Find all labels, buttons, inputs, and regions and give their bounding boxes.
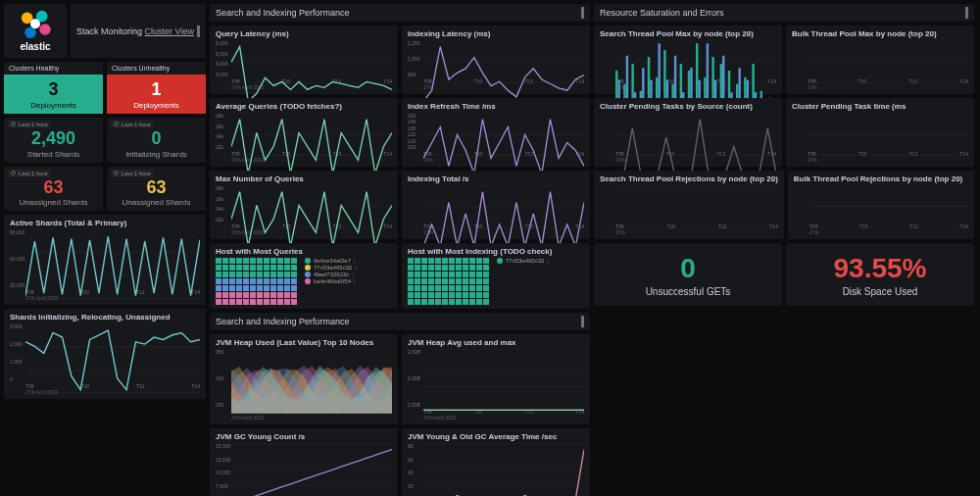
panel-title: Indexing Total /s <box>408 174 584 183</box>
bulk-thread-rej-chart[interactable] <box>794 185 968 223</box>
host-queries-heatmap[interactable] <box>216 258 297 305</box>
time-badge: ⏱Last 1 hour <box>8 121 51 128</box>
svg-rect-63 <box>663 50 665 104</box>
search-thread-max-panel: Search Thread Pool Max by node (top 20)T… <box>594 25 782 94</box>
jvm-heap-avg-chart[interactable]: 2.50B2.00B1.50B <box>408 349 584 408</box>
panel-title: Cluster Pending Tasks by Source (count) <box>600 102 776 111</box>
cluster-pending-time-chart[interactable] <box>792 113 968 150</box>
clock-icon: ⏱ <box>114 122 120 127</box>
panel-title: Indexing Latency (ms) <box>408 29 584 38</box>
unassigned2-value: 63 <box>146 178 166 198</box>
time-badge: ⏱Last 1 hour <box>111 170 154 177</box>
panel-title: Search Thread Pool Rejections by node (t… <box>600 174 778 183</box>
jvm-heap-top-chart[interactable]: 350300250 <box>216 349 392 408</box>
svg-rect-82 <box>658 43 660 104</box>
svg-point-4 <box>30 19 40 28</box>
bulk-thread-max-chart[interactable] <box>792 40 968 77</box>
bulk-thread-rej-panel: Bulk Thread Pool Rejections by node (top… <box>788 171 974 239</box>
cluster-pending-source-panel: Cluster Pending Tasks by Source (count)T… <box>594 98 782 167</box>
cluster-view-link[interactable]: Cluster View <box>145 26 194 36</box>
panel-title: Clusters Healthy <box>4 62 103 74</box>
clusters-unhealthy-panel: Clusters Unhealthy 1 Deployments <box>107 62 206 114</box>
disk-space-panel: 93.55% Disk Space Used <box>786 243 974 306</box>
index-refresh-panel: Index Refresh Time /ms150140130120110100… <box>402 98 590 167</box>
brand-logo: elastic <box>4 4 67 58</box>
jvm-young-old-panel: JVM Young & Old GC Average Time /sec8060… <box>402 428 590 496</box>
avg-queries-panel: Average Queries (TODO fetches?)28k26k24k… <box>210 98 398 167</box>
indexing-total-chart[interactable] <box>408 185 584 223</box>
panel-title: Bulk Thread Pool Rejections by node (top… <box>794 174 968 183</box>
host-indexing-legend: 77c53a495c32 | <box>497 258 549 265</box>
jvm-heap-avg-panel: JVM Heap Avg used and max2.50B2.00B1.50B… <box>402 334 590 424</box>
indexing-latency-chart[interactable]: 1,2001,000800 <box>408 40 584 77</box>
panel-title: Cluster Pending Task time (ms <box>792 102 968 111</box>
started-shards-label: Started Shards <box>27 150 79 159</box>
host-indexing-panel: Host with Most Indexing (TODO check) 77c… <box>402 243 590 309</box>
cluster-pending-source-chart[interactable] <box>600 113 776 150</box>
clock-icon: ⏱ <box>11 122 17 127</box>
panel-title: Active Shards (Total & Primary) <box>10 219 200 227</box>
initializing-shards-panel: ⏱Last 1 hour 0 Initializing Shards <box>107 118 206 163</box>
page-title: Stack Monitoring Cluster View <box>71 4 206 58</box>
svg-point-2 <box>39 24 51 35</box>
panel-title: JVM GC Young Count /s <box>216 432 392 441</box>
panel-title: Host with Most Indexing (TODO check) <box>408 247 584 256</box>
panel-title: Bulk Thread Pool Max by node (top 20) <box>792 29 968 38</box>
started-shards-value: 2,490 <box>31 129 75 149</box>
avg-queries-chart[interactable]: 28k26k24k22k <box>216 113 392 150</box>
panel-title: JVM Heap Avg used and max <box>408 338 584 347</box>
query-latency-chart[interactable]: 6,0005,0004,0003,000 <box>216 40 392 77</box>
query-latency-panel: Query Latency (ms)6,0005,0004,0003,000T0… <box>210 25 398 94</box>
search-thread-rej-panel: Search Thread Pool Rejections by node (t… <box>594 171 784 239</box>
time-badge: ⏱Last 1 hour <box>8 170 51 177</box>
search-thread-rej-chart[interactable] <box>600 185 778 223</box>
time-badge: ⏱Last 1 hour <box>111 121 154 128</box>
active-shards-chart[interactable]: 90,00060,00030,000 <box>10 229 200 288</box>
bulk-thread-max-panel: Bulk Thread Pool Max by node (top 20)T08… <box>786 25 974 94</box>
section-jvm: Search and Indexing Performance <box>210 313 590 330</box>
clusters-healthy-panel: Clusters Healthy 3 Deployments <box>4 62 103 114</box>
max-queries-panel: Max Number of Queries28k26k24k22kT08T10T… <box>210 171 398 239</box>
panel-title: Index Refresh Time /ms <box>408 102 584 111</box>
unsuccessful-gets-value: 0 <box>680 253 696 284</box>
panel-title: Host with Most Queries <box>216 247 392 256</box>
max-queries-chart[interactable]: 28k26k24k22k <box>216 185 392 223</box>
initializing-label: Initializing Shards <box>125 150 187 159</box>
cluster-pending-time-panel: Cluster Pending Task time (msT08T10T12T1… <box>786 98 974 167</box>
healthy-label: Deployments <box>30 101 76 110</box>
shard-states-chart[interactable]: 3,0002,0001,0000 <box>10 323 200 382</box>
jvm-gc-young-panel: JVM GC Young Count /s15,00012,50010,0007… <box>210 428 398 496</box>
svg-rect-67 <box>696 43 698 104</box>
initializing-value: 0 <box>151 129 161 149</box>
clock-icon: ⏱ <box>11 171 17 176</box>
unassigned1-label: Unassigned Shards <box>20 198 88 207</box>
panel-title: JVM Young & Old GC Average Time /sec <box>408 432 584 441</box>
jvm-heap-top-panel: JVM Heap Used (Last Value) Top 10 Nodes3… <box>210 334 398 424</box>
host-indexing-heatmap[interactable] <box>408 258 489 305</box>
disk-space-label: Disk Space Used <box>843 286 918 297</box>
panel-title: Shards Initializing, Relocating, Unassig… <box>10 313 200 322</box>
unassigned-shards-panel-2: ⏱Last 1 hour 63 Unassigned Shards <box>107 167 206 212</box>
panel-title: JVM Heap Used (Last Value) Top 10 Nodes <box>216 338 392 347</box>
disk-space-value: 93.55% <box>834 253 927 284</box>
panel-title: Search Thread Pool Max by node (top 20) <box>600 29 776 38</box>
unassigned-shards-panel-1: ⏱Last 1 hour 63 Unassigned Shards <box>4 167 103 212</box>
index-refresh-chart[interactable]: 150140130120110100 <box>408 113 584 150</box>
panel-title: Average Queries (TODO fetches?) <box>216 102 392 111</box>
host-queries-panel: Host with Most Queries 0e0ce34af2e7 |77c… <box>210 243 398 309</box>
host-queries-legend: 0e0ce34af2e7 |77c53a495c32 |4feef732923c… <box>305 258 357 285</box>
panel-title: Max Number of Queries <box>216 174 392 183</box>
unassigned2-label: Unassigned Shards <box>122 198 191 207</box>
search-thread-max-chart[interactable] <box>600 40 776 77</box>
svg-point-3 <box>24 27 36 39</box>
jvm-young-old-chart[interactable]: 806040200 <box>408 443 584 496</box>
shard-states-chart-panel: Shards Initializing, Relocating, Unassig… <box>4 309 206 399</box>
panel-title: Query Latency (ms) <box>216 29 392 38</box>
elastic-logo-icon <box>19 10 52 39</box>
unsuccessful-gets-panel: 0 Unsuccessful GETs <box>594 243 782 306</box>
indexing-latency-panel: Indexing Latency (ms)1,2001,000800T08T10… <box>402 25 590 94</box>
jvm-gc-young-chart[interactable]: 15,00012,50010,0007,5005,000 <box>216 443 392 496</box>
unhealthy-label: Deployments <box>133 101 179 110</box>
started-shards-panel: ⏱Last 1 hour 2,490 Started Shards <box>4 118 103 163</box>
indexing-total-panel: Indexing Total /sT08T10T12T1427th <box>402 171 590 239</box>
